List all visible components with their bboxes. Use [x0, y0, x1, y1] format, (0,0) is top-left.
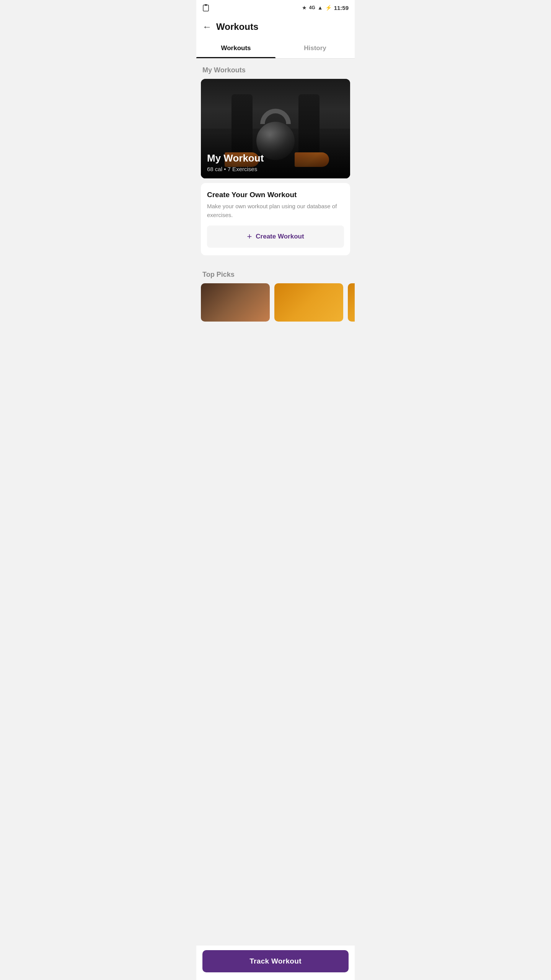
- pick-card-bg-3: [348, 283, 355, 322]
- page-title: Workouts: [216, 21, 258, 32]
- my-workouts-heading: My Workouts: [196, 59, 355, 79]
- my-workout-card[interactable]: My Workout 68 cal • 7 Exercises: [201, 79, 350, 178]
- back-button[interactable]: ←: [202, 22, 212, 31]
- create-workout-button[interactable]: + Create Workout: [207, 225, 344, 248]
- pick-card-bg-1: [201, 283, 270, 322]
- create-workout-label: Create Workout: [256, 233, 304, 240]
- top-picks-heading: Top Picks: [196, 263, 355, 283]
- workout-info-overlay: My Workout 68 cal • 7 Exercises: [207, 152, 264, 172]
- top-pick-card-1[interactable]: [201, 283, 270, 322]
- time-display: 11:59: [334, 5, 349, 11]
- status-bar: ★ 4G ▲ ⚡ 11:59: [196, 0, 355, 15]
- workout-card-title: My Workout: [207, 152, 264, 164]
- create-card-title: Create Your Own Workout: [207, 191, 344, 199]
- status-bar-left: [202, 4, 209, 11]
- signal-bars-icon: ▲: [318, 5, 323, 11]
- battery-charging-icon: ⚡: [325, 5, 332, 11]
- clipboard-icon: [202, 4, 209, 11]
- app-header: ← Workouts: [196, 15, 355, 38]
- top-pick-card-2[interactable]: [274, 283, 343, 322]
- content-area: My Workouts My Wo: [196, 59, 355, 360]
- tab-workouts[interactable]: Workouts: [196, 38, 276, 58]
- create-card-description: Make your own workout plan using our dat…: [207, 202, 344, 219]
- top-picks-section: Top Picks: [196, 260, 355, 322]
- svg-rect-1: [205, 4, 207, 6]
- workout-card-meta: 68 cal • 7 Exercises: [207, 166, 264, 172]
- top-picks-scroll: [196, 283, 355, 322]
- pick-card-bg-2: [274, 283, 343, 322]
- tab-bar: Workouts History: [196, 38, 355, 59]
- signal-4g-icon: 4G: [309, 5, 315, 10]
- plus-icon: +: [247, 232, 252, 242]
- top-pick-card-3[interactable]: [348, 283, 355, 322]
- workout-image: My Workout 68 cal • 7 Exercises: [201, 79, 350, 178]
- kb-handle: [260, 109, 291, 124]
- status-bar-right: ★ 4G ▲ ⚡ 11:59: [302, 5, 349, 11]
- svg-rect-0: [203, 5, 209, 11]
- bluetooth-icon: ★: [302, 5, 307, 11]
- create-workout-card: Create Your Own Workout Make your own wo…: [201, 183, 350, 255]
- tab-history[interactable]: History: [276, 38, 355, 58]
